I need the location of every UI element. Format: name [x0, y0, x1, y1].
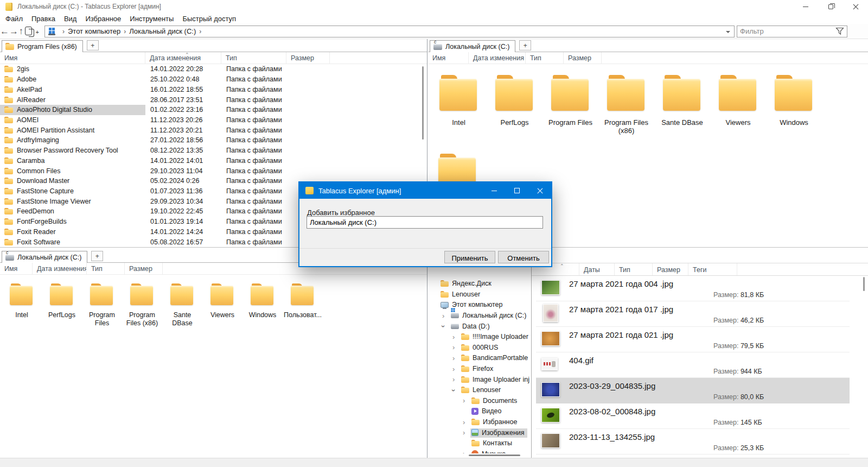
favorite-name-input[interactable] [307, 216, 543, 229]
folder-item[interactable]: PerfLogs [42, 275, 82, 327]
file-row[interactable]: 404.gif Размер: 944 КБ [536, 352, 850, 378]
column-header[interactable]: Размер [125, 263, 163, 274]
column-header[interactable]: Тип [87, 263, 125, 274]
column-header[interactable]: Дата изменения [469, 52, 526, 64]
column-header[interactable]: Теги [688, 263, 737, 275]
apply-button[interactable]: Применить [444, 251, 495, 263]
tree-item[interactable]: Изображения [430, 427, 529, 438]
folder-item[interactable]: Intel [2, 275, 42, 327]
restore-button[interactable] [818, 0, 843, 13]
folder-item[interactable]: Viewers [710, 64, 766, 147]
minimize-button[interactable] [793, 0, 818, 13]
folder-item[interactable]: Windows [242, 275, 283, 327]
menu-item[interactable]: Вид [60, 15, 81, 23]
table-row[interactable]: ArdfryImaging 27.01.2022 18:56 Папка с ф… [0, 135, 419, 146]
tree-item[interactable]: Lenouser [430, 385, 529, 396]
folder-item[interactable]: Intel [431, 64, 487, 147]
folder-item[interactable]: Sante DBase [654, 64, 710, 147]
tree-expander-icon[interactable] [442, 313, 450, 319]
tree-expander-icon[interactable] [452, 356, 460, 361]
dialog-minimize-button[interactable] [483, 182, 506, 199]
tree-expander-icon[interactable] [463, 420, 470, 425]
menu-item[interactable]: Быстрый доступ [178, 15, 240, 23]
column-header[interactable]: Размер [653, 263, 688, 275]
column-header[interactable]: Тип [221, 52, 286, 64]
menu-item[interactable]: Инструменты [125, 15, 178, 23]
tree-item[interactable]: Firefox [430, 364, 529, 375]
table-row[interactable]: AoaoPhoto Digital Studio 01.02.2022 23:1… [0, 105, 419, 115]
file-row[interactable]: 27 марта 2021 года 004 .jpg Размер: 81,8… [536, 276, 850, 301]
menu-item[interactable]: Правка [27, 15, 60, 23]
folder-item[interactable]: Program Files (x86) [122, 275, 162, 327]
tab-local-disk-c[interactable]: Локальный диск (C:) [2, 251, 87, 263]
folder-item[interactable]: Viewers [202, 275, 242, 327]
folder-item[interactable]: Program Files (x86) [598, 64, 654, 147]
column-header[interactable]: Имя [0, 263, 33, 274]
address-bar[interactable]: › Этот компьютер › Локальный диск (C:) › [44, 26, 735, 37]
column-header[interactable]: Тип [615, 263, 653, 275]
folder-item[interactable]: Пользоват... [283, 275, 323, 327]
tree-item[interactable]: BandicamPortable [430, 353, 529, 364]
table-row[interactable]: AIReader 28.06.2017 23:51 Папка с файлам… [0, 94, 419, 105]
column-header[interactable]: Дата изменения [145, 52, 221, 64]
file-row[interactable]: 2023-08-02_000848.jpg Размер: 145 КБ [536, 403, 850, 429]
file-row[interactable]: 2023-03-29_004835.jpg Размер: 80,0 КБ [536, 378, 850, 403]
tree-item[interactable]: Image Uploader injob [430, 374, 529, 385]
scrollbar-thumb[interactable] [863, 277, 865, 291]
column-header[interactable]: Тип [526, 52, 564, 64]
tree-item[interactable]: Data (D:) [430, 321, 529, 332]
tree-item[interactable]: 000RUS [430, 343, 529, 354]
table-row[interactable]: Common Files 29.10.2023 11:04 Папка с фа… [0, 166, 419, 176]
address-dropdown-icon[interactable] [726, 31, 730, 33]
tree-item[interactable]: !!!!Image Uploader Nig [430, 332, 529, 343]
tree-expander-icon[interactable] [452, 388, 460, 393]
tree-expander-icon[interactable] [452, 367, 460, 372]
table-row[interactable]: AOMEI 11.12.2023 20:26 Папка с файлами [0, 115, 419, 125]
tree-expander-icon[interactable] [463, 398, 470, 403]
new-tab-button[interactable]: + [87, 40, 99, 51]
new-tab-button[interactable]: + [519, 40, 531, 51]
file-row[interactable]: 27 марта 2021 года 017 .jpg Размер: 46,2… [536, 301, 850, 327]
tree-item[interactable]: Музыка [430, 449, 529, 454]
tree-item[interactable]: Видео [430, 406, 529, 417]
tree-item[interactable]: Этот компьютер [430, 300, 529, 311]
tree-item[interactable]: Локальный диск (C:) [430, 311, 529, 321]
folder-item[interactable]: PerfLogs [487, 64, 542, 147]
breadcrumb-segment[interactable]: Локальный диск (C:) [129, 27, 196, 35]
close-button[interactable] [843, 0, 868, 13]
folder-item[interactable]: Program Files [82, 275, 122, 327]
cancel-button[interactable]: Отменить [498, 251, 549, 263]
menu-item[interactable]: Избранное [81, 15, 125, 23]
tree-item[interactable]: Контакты [430, 438, 529, 449]
tree-expander-icon[interactable] [463, 430, 470, 436]
tab-local-disk-c[interactable]: Локальный диск (C:) [430, 40, 515, 52]
folder-item[interactable]: Windows [766, 64, 822, 147]
tree-item[interactable]: Documents [430, 396, 529, 407]
table-row[interactable]: AOMEI Partition Assistant 11.12.2023 20:… [0, 125, 419, 135]
up-button[interactable]: ↑ [18, 26, 24, 37]
column-header[interactable]: Даты [579, 263, 615, 275]
scrollbar-thumb[interactable] [422, 66, 424, 140]
folder-item[interactable]: Sante DBase [162, 275, 202, 327]
tree-item[interactable]: Избранное [430, 417, 529, 428]
new-tab-button[interactable]: + [91, 251, 103, 261]
column-header[interactable]: Размер [564, 52, 602, 64]
dialog-close-button[interactable] [528, 182, 551, 199]
back-button[interactable]: ← [0, 26, 9, 37]
table-row[interactable]: Adobe 25.10.2022 0:48 Папка с файлами [0, 74, 419, 85]
file-row[interactable]: 27 марта 2021 года 021 .jpg Размер: 79,5… [536, 327, 850, 352]
breadcrumb-segment[interactable]: Этот компьютер [68, 27, 120, 35]
dialog-maximize-button[interactable] [506, 182, 528, 199]
tree-expander-icon[interactable] [452, 345, 460, 350]
tree-hscrollbar-thumb[interactable] [469, 455, 520, 456]
tree-expander-icon[interactable] [442, 324, 450, 329]
menu-item[interactable]: Файл [1, 15, 27, 23]
column-header[interactable]: Имя [0, 52, 145, 64]
column-header[interactable]: Дата изменения [33, 263, 87, 274]
table-row[interactable]: Caramba 14.01.2022 14:01 Папка с файлами [0, 155, 419, 166]
tree-item[interactable]: Яндекс.Диск [430, 279, 529, 289]
folder-item[interactable]: Program Files [542, 64, 598, 147]
tab-program-files-x86[interactable]: Program Files (x86) [2, 40, 83, 52]
file-row[interactable]: 2023-11-13_134255.jpg Размер: 25,3 КБ [536, 429, 850, 455]
tree-expander-icon[interactable] [452, 377, 460, 382]
